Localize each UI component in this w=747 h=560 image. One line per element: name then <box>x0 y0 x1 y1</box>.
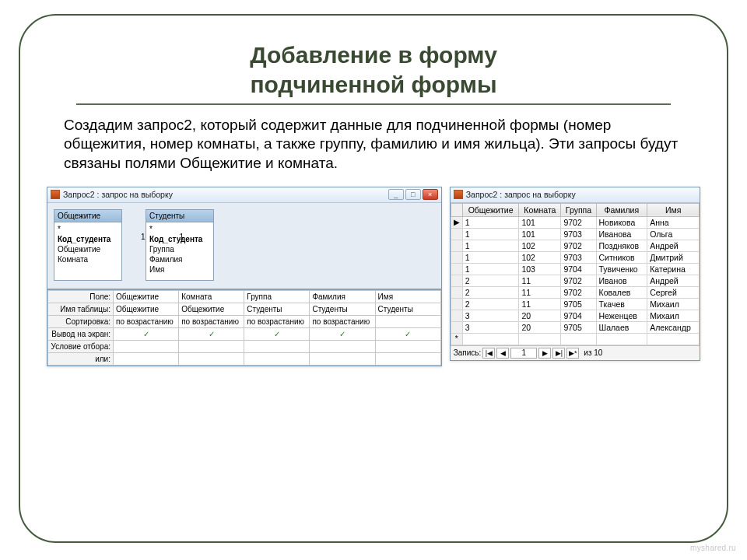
cell[interactable]: Ковалев <box>596 286 647 298</box>
table-row[interactable]: 11029702ПоздняковАндрей <box>451 240 699 251</box>
cell[interactable]: 1 <box>462 263 519 275</box>
cell[interactable]: по возрастанию <box>310 315 375 327</box>
cell[interactable] <box>310 352 375 365</box>
cell[interactable]: Фамилия <box>310 290 375 303</box>
cell[interactable]: 102 <box>519 240 561 251</box>
cell[interactable]: 9702 <box>561 286 596 298</box>
cell[interactable] <box>519 333 561 345</box>
cell[interactable]: 9702 <box>561 216 596 228</box>
cell[interactable]: 9702 <box>561 275 596 286</box>
cell[interactable] <box>561 333 596 345</box>
cell[interactable]: 9703 <box>561 251 596 263</box>
design-grid[interactable]: Поле: Общежитие Комната Группа Фамилия И… <box>47 289 441 366</box>
cell[interactable]: 101 <box>519 228 561 240</box>
cell[interactable] <box>244 352 310 365</box>
col-header[interactable]: Группа <box>561 203 596 216</box>
cell[interactable]: 102 <box>519 251 561 263</box>
table-row[interactable]: 11019703ИвановаОльга <box>451 228 699 240</box>
nav-new-button[interactable]: ▶* <box>566 348 579 359</box>
cell[interactable]: Андрей <box>647 275 700 286</box>
cell[interactable]: по возрастанию <box>114 315 179 327</box>
row-selector[interactable] <box>451 275 462 286</box>
field-3[interactable]: Имя <box>149 264 210 275</box>
cell[interactable]: 11 <box>519 275 561 286</box>
row-selector[interactable] <box>451 298 462 310</box>
cell[interactable] <box>375 315 440 327</box>
cell[interactable]: Ситников <box>596 251 647 263</box>
table-row[interactable]: 2119705ТкачевМихаил <box>451 298 699 310</box>
cell[interactable] <box>310 340 375 352</box>
cell[interactable]: 3 <box>462 310 519 321</box>
nav-first-button[interactable]: |◀ <box>482 348 495 359</box>
cell[interactable]: Общежитие <box>114 290 179 303</box>
cell[interactable]: 103 <box>519 263 561 275</box>
cell[interactable]: Катерина <box>647 263 700 275</box>
cell[interactable]: 20 <box>519 310 561 321</box>
cell[interactable]: 9705 <box>561 321 596 333</box>
table-row[interactable]: 11029703СитниковДмитрий <box>451 251 699 263</box>
cell[interactable] <box>375 352 440 365</box>
col-header[interactable]: Общежитие <box>462 203 519 216</box>
datasheet-table[interactable]: Общежитие Комната Группа Фамилия Имя ▶11… <box>451 203 700 345</box>
cell[interactable] <box>375 340 440 352</box>
minimize-button[interactable]: _ <box>388 189 404 200</box>
cell[interactable]: Студенты <box>310 303 375 315</box>
cell[interactable]: Общежитие <box>114 303 179 315</box>
field-pk[interactable]: Код_студента <box>58 234 118 244</box>
col-header[interactable]: Имя <box>647 203 700 216</box>
table-box-studenty[interactable]: Студенты * Код_студента Группа Фамилия И… <box>146 209 214 281</box>
design-relations-pane[interactable]: Общежитие * Код_студента Общежитие Комна… <box>47 203 441 289</box>
cell[interactable]: Студенты <box>244 303 310 315</box>
field-star[interactable]: * <box>58 224 118 234</box>
cell[interactable] <box>596 333 647 345</box>
cell[interactable]: 11 <box>519 298 561 310</box>
cell[interactable]: 1 <box>462 240 519 251</box>
field-2[interactable]: Комната <box>58 254 118 264</box>
cell[interactable]: Андрей <box>647 240 700 251</box>
cell[interactable]: Имя <box>375 290 440 303</box>
cell[interactable]: 1 <box>462 228 519 240</box>
cell[interactable]: 2 <box>462 275 519 286</box>
cell[interactable]: Александр <box>647 321 700 333</box>
col-header[interactable]: Комната <box>519 203 561 216</box>
cell[interactable]: 101 <box>519 216 561 228</box>
cell[interactable]: 9704 <box>561 263 596 275</box>
cell[interactable]: 1 <box>462 216 519 228</box>
cell[interactable]: Анна <box>647 216 700 228</box>
cell[interactable]: по возрастанию <box>244 315 310 327</box>
cell[interactable]: Поздняков <box>596 240 647 251</box>
close-button[interactable]: × <box>423 189 438 200</box>
cell[interactable]: 11 <box>519 286 561 298</box>
cell[interactable]: 9702 <box>561 240 596 251</box>
cell[interactable]: Дмитрий <box>647 251 700 263</box>
cell[interactable] <box>179 340 244 352</box>
cell[interactable]: Комната <box>179 290 244 303</box>
row-selector[interactable]: ▶ <box>451 216 462 228</box>
row-selector[interactable] <box>451 321 462 333</box>
cell[interactable]: по возрастанию <box>179 315 244 327</box>
cell[interactable]: 1 <box>462 251 519 263</box>
show-checkbox[interactable]: ✓ <box>179 327 244 340</box>
cell[interactable] <box>462 333 519 345</box>
cell[interactable]: Общежитие <box>179 303 244 315</box>
cell[interactable]: 3 <box>462 321 519 333</box>
field-1[interactable]: Группа <box>149 244 210 254</box>
table-row[interactable]: 2119702КовалевСергей <box>451 286 699 298</box>
col-header[interactable]: Фамилия <box>596 203 647 216</box>
nav-current-input[interactable]: 1 <box>510 348 537 359</box>
window-titlebar[interactable]: Запрос2 : запрос на выборку _ □ × <box>47 187 441 203</box>
cell[interactable]: 9703 <box>561 228 596 240</box>
row-selector[interactable] <box>451 310 462 321</box>
cell[interactable]: 9704 <box>561 310 596 321</box>
maximize-button[interactable]: □ <box>405 189 421 200</box>
cell[interactable]: 2 <box>462 286 519 298</box>
row-selector[interactable] <box>451 228 462 240</box>
field-2[interactable]: Фамилия <box>149 254 210 264</box>
row-selector[interactable] <box>451 251 462 263</box>
cell[interactable]: Тувиченко <box>596 263 647 275</box>
nav-prev-button[interactable]: ◀ <box>496 348 509 359</box>
cell[interactable]: 20 <box>519 321 561 333</box>
cell[interactable]: 9705 <box>561 298 596 310</box>
cell[interactable] <box>114 352 179 365</box>
cell[interactable]: Михаил <box>647 298 700 310</box>
